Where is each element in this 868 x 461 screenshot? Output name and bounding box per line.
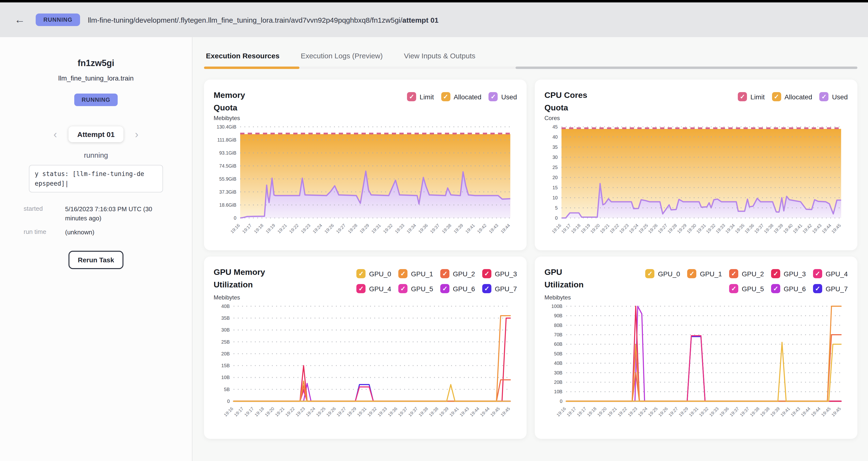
legend-item-gpu-6[interactable]: ✓GPU_6 bbox=[771, 284, 806, 293]
checkbox-checked-icon[interactable]: ✓ bbox=[489, 92, 498, 101]
svg-text:19:38: 19:38 bbox=[763, 223, 774, 234]
legend-item-gpu-2[interactable]: ✓GPU_2 bbox=[729, 269, 764, 278]
tab-strip bbox=[204, 66, 858, 69]
checkbox-checked-icon[interactable]: ✓ bbox=[440, 269, 450, 278]
checkbox-checked-icon[interactable]: ✓ bbox=[738, 92, 747, 101]
svg-text:15B: 15B bbox=[221, 363, 230, 368]
legend-item-allocated[interactable]: ✓Allocated bbox=[772, 92, 812, 101]
breadcrumb-path: llm-fine-tuning/development/.flytegen.ll… bbox=[88, 16, 402, 24]
svg-text:19:29: 19:29 bbox=[676, 223, 687, 234]
checkbox-checked-icon[interactable]: ✓ bbox=[646, 269, 655, 278]
svg-text:19:39: 19:39 bbox=[453, 223, 464, 234]
checkbox-checked-icon[interactable]: ✓ bbox=[729, 284, 738, 293]
legend-item-gpu-5[interactable]: ✓GPU_5 bbox=[729, 284, 764, 293]
checkbox-checked-icon[interactable]: ✓ bbox=[356, 284, 366, 293]
svg-text:20B: 20B bbox=[221, 351, 230, 356]
legend-label: Allocated bbox=[784, 93, 812, 100]
checkbox-checked-icon[interactable]: ✓ bbox=[729, 269, 738, 278]
svg-text:90B: 90B bbox=[554, 313, 562, 318]
checkbox-checked-icon[interactable]: ✓ bbox=[813, 269, 822, 278]
svg-text:19:44: 19:44 bbox=[479, 406, 490, 418]
legend-item-gpu-1[interactable]: ✓GPU_1 bbox=[687, 269, 722, 278]
svg-text:19:17: 19:17 bbox=[243, 406, 255, 418]
legend-item-used[interactable]: ✓Used bbox=[819, 92, 848, 101]
tab-strip-scrollbar[interactable] bbox=[516, 66, 858, 69]
svg-text:40B: 40B bbox=[554, 361, 562, 366]
checkbox-checked-icon[interactable]: ✓ bbox=[398, 284, 407, 293]
legend-item-gpu-2[interactable]: ✓GPU_2 bbox=[440, 269, 475, 278]
legend-label: GPU_5 bbox=[411, 285, 433, 293]
legend-item-gpu-4[interactable]: ✓GPU_4 bbox=[356, 284, 391, 293]
gpu-memory-utilization-card: GPU MemoryUtilization✓GPU_0✓GPU_1✓GPU_2✓… bbox=[204, 256, 527, 439]
checkbox-checked-icon[interactable]: ✓ bbox=[813, 284, 822, 293]
svg-text:19:45: 19:45 bbox=[490, 406, 501, 418]
legend-item-gpu-0[interactable]: ✓GPU_0 bbox=[646, 269, 680, 278]
legend-label: Used bbox=[501, 93, 517, 100]
legend-item-gpu-1[interactable]: ✓GPU_1 bbox=[398, 269, 433, 278]
gpu-memory-utilization-title: GPU MemoryUtilization bbox=[214, 266, 265, 291]
legend-item-gpu-0[interactable]: ✓GPU_0 bbox=[356, 269, 391, 278]
checkbox-checked-icon[interactable]: ✓ bbox=[356, 269, 366, 278]
svg-text:0: 0 bbox=[227, 399, 230, 404]
checkbox-checked-icon[interactable]: ✓ bbox=[771, 269, 780, 278]
started-value: 5/16/2023 7:16:03 PM UTC (30 minutes ago… bbox=[65, 205, 168, 223]
checkbox-checked-icon[interactable]: ✓ bbox=[441, 92, 450, 101]
svg-text:19:44: 19:44 bbox=[469, 406, 480, 418]
checkbox-checked-icon[interactable]: ✓ bbox=[771, 284, 780, 293]
attempt-pill[interactable]: Attempt 01 bbox=[68, 126, 123, 142]
svg-text:19:41: 19:41 bbox=[448, 406, 460, 418]
legend-item-limit[interactable]: ✓Limit bbox=[407, 92, 434, 101]
svg-text:50B: 50B bbox=[554, 351, 562, 356]
svg-text:19:17: 19:17 bbox=[233, 406, 245, 418]
tab-execution-logs-preview[interactable]: Execution Logs (Preview) bbox=[300, 48, 383, 66]
tab-view-inputs-outputs[interactable]: View Inputs & Outputs bbox=[403, 48, 476, 66]
legend-item-gpu-3[interactable]: ✓GPU_3 bbox=[482, 269, 517, 278]
next-attempt-icon[interactable]: › bbox=[132, 128, 142, 141]
svg-text:19:16: 19:16 bbox=[229, 223, 241, 234]
svg-text:35B: 35B bbox=[221, 315, 230, 321]
svg-text:19:45: 19:45 bbox=[820, 406, 832, 418]
checkbox-checked-icon[interactable]: ✓ bbox=[482, 269, 491, 278]
cpu-cores-quota-title: CPU CoresQuota bbox=[545, 89, 587, 114]
svg-text:19:18: 19:18 bbox=[570, 223, 582, 234]
svg-text:19:32: 19:32 bbox=[366, 406, 378, 418]
legend-item-gpu-5[interactable]: ✓GPU_5 bbox=[398, 284, 433, 293]
checkbox-checked-icon[interactable]: ✓ bbox=[482, 284, 491, 293]
svg-text:19:33: 19:33 bbox=[377, 406, 388, 418]
svg-text:19:40: 19:40 bbox=[782, 223, 794, 234]
svg-text:19:38: 19:38 bbox=[749, 406, 760, 418]
svg-text:19:45: 19:45 bbox=[830, 406, 842, 418]
legend-item-used[interactable]: ✓Used bbox=[489, 92, 517, 101]
svg-text:19:19: 19:19 bbox=[265, 223, 276, 234]
gpu-memory-utilization-plot: 05B10B15B20B25B30B35B40B19:1619:1719:171… bbox=[214, 302, 517, 423]
memory-quota-plot: 018.6GiB37.3GiB55.9GiB74.5GiB93.1GiB111.… bbox=[214, 122, 517, 240]
legend-label: GPU_3 bbox=[784, 270, 806, 278]
checkbox-checked-icon[interactable]: ✓ bbox=[819, 92, 829, 101]
back-arrow-icon[interactable]: ← bbox=[11, 12, 28, 27]
legend-item-gpu-7[interactable]: ✓GPU_7 bbox=[482, 284, 517, 293]
legend-item-allocated[interactable]: ✓Allocated bbox=[441, 92, 481, 101]
svg-text:19:45: 19:45 bbox=[500, 406, 511, 418]
checkbox-checked-icon[interactable]: ✓ bbox=[398, 269, 407, 278]
checkbox-checked-icon[interactable]: ✓ bbox=[772, 92, 781, 101]
legend-item-gpu-6[interactable]: ✓GPU_6 bbox=[440, 284, 475, 293]
rerun-task-button[interactable]: Rerun Task bbox=[69, 250, 123, 269]
svg-text:19:37: 19:37 bbox=[407, 406, 419, 418]
svg-text:19:17: 19:17 bbox=[566, 406, 577, 418]
started-label: started bbox=[24, 205, 60, 223]
status-log-box[interactable]: y status: [llm-fine-tuning-de epspeed]| bbox=[29, 165, 163, 192]
checkbox-checked-icon[interactable]: ✓ bbox=[440, 284, 450, 293]
svg-text:19:30: 19:30 bbox=[686, 223, 697, 234]
svg-text:19:27: 19:27 bbox=[657, 223, 668, 234]
legend-item-limit[interactable]: ✓Limit bbox=[738, 92, 765, 101]
legend-item-gpu-4[interactable]: ✓GPU_4 bbox=[813, 269, 848, 278]
tab-execution-resources[interactable]: Execution Resources bbox=[205, 48, 280, 66]
checkbox-checked-icon[interactable]: ✓ bbox=[407, 92, 416, 101]
svg-text:19:25: 19:25 bbox=[638, 223, 649, 234]
prev-attempt-icon[interactable]: ‹ bbox=[51, 128, 60, 141]
legend-item-gpu-3[interactable]: ✓GPU_3 bbox=[771, 269, 806, 278]
checkbox-checked-icon[interactable]: ✓ bbox=[687, 269, 696, 278]
gpu-utilization-plot: 010B20B30B40B50B60B70B80B90B100B19:1619:… bbox=[545, 302, 848, 423]
legend-item-gpu-7[interactable]: ✓GPU_7 bbox=[813, 284, 848, 293]
svg-text:19:44: 19:44 bbox=[810, 406, 822, 418]
